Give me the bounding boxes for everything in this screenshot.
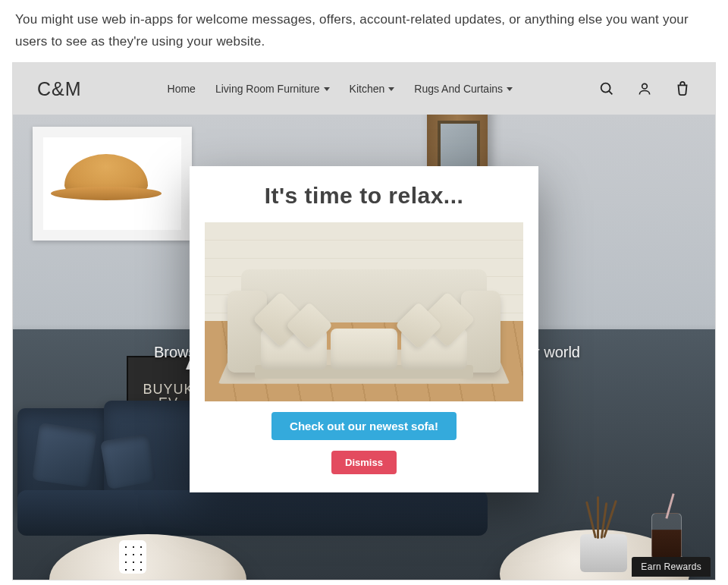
breadsticks — [588, 496, 618, 539]
nav-label: Kitchen — [350, 83, 385, 95]
cart-icon[interactable] — [674, 80, 691, 97]
nav-rugs[interactable]: Rugs And Curtains — [414, 83, 513, 95]
main-nav: Home Living Room Furniture Kitchen Rugs … — [168, 83, 513, 95]
nav-label: Rugs And Curtains — [414, 83, 503, 95]
header-actions — [598, 80, 691, 97]
in-app-modal: It's time to relax... Check out our newe… — [190, 166, 538, 492]
chevron-down-icon — [388, 87, 394, 91]
modal-product-image — [205, 222, 523, 401]
hat-art — [64, 154, 148, 196]
logo[interactable]: C&M — [37, 78, 82, 100]
chevron-down-icon — [507, 87, 513, 91]
account-icon[interactable] — [636, 80, 653, 97]
earn-rewards-tab[interactable]: Earn Rewards — [632, 557, 711, 577]
modal-title: It's time to relax... — [205, 183, 523, 209]
chevron-down-icon — [324, 87, 330, 91]
nav-living-room[interactable]: Living Room Furniture — [215, 83, 330, 95]
svg-point-2 — [642, 83, 648, 89]
svg-line-1 — [609, 91, 612, 94]
nav-label: Living Room Furniture — [215, 83, 320, 95]
search-icon[interactable] — [598, 80, 615, 97]
polka-cup — [119, 540, 146, 574]
screenshot-frame: C&M Home Living Room Furniture Kitchen R… — [12, 62, 716, 580]
dismiss-button[interactable]: Dismiss — [331, 451, 397, 474]
page-root: You might use web in-apps for welcome me… — [0, 0, 728, 585]
nav-label: Home — [168, 83, 196, 95]
svg-point-0 — [601, 83, 610, 93]
shop-header: C&M Home Living Room Furniture Kitchen R… — [13, 63, 715, 115]
nav-kitchen[interactable]: Kitchen — [350, 83, 395, 95]
intro-text: You might use web in-apps for welcome me… — [0, 0, 713, 61]
cta-button[interactable]: Check out our newest sofa! — [271, 412, 457, 440]
planter — [580, 534, 627, 572]
nav-home[interactable]: Home — [168, 83, 196, 95]
iced-drink — [651, 513, 682, 560]
wall-art-frame — [33, 127, 192, 241]
